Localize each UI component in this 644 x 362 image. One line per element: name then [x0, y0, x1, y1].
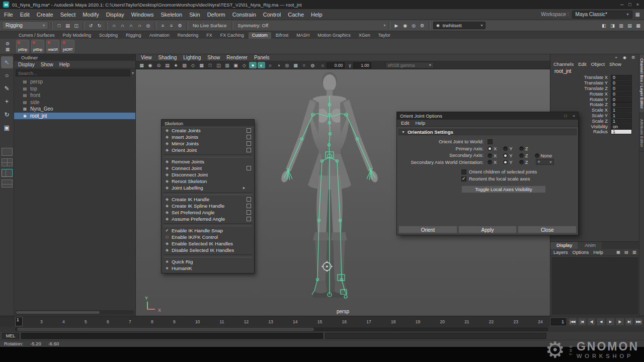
menu-item[interactable]: Cache — [288, 12, 304, 18]
shelf-options-icon[interactable]: ▦ — [6, 47, 10, 52]
shelf-tab[interactable]: Rendering — [174, 32, 202, 39]
shelf-tab[interactable]: Rigging — [122, 32, 145, 39]
channel-value-field[interactable]: 0 — [611, 75, 632, 80]
skeleton-menu-item[interactable]: Create Joints ▸ — [162, 127, 254, 134]
dialog-action-button[interactable]: Close — [518, 226, 577, 233]
Rotate X[interactable]: Rotate X 0 — [550, 91, 639, 97]
go-to-end-button[interactable]: ▶▶| — [634, 318, 643, 326]
camera-lock-icon[interactable]: ⊙ — [155, 62, 163, 68]
selection-name-field[interactable]: ◉ ▾ — [433, 22, 486, 29]
single-pane-layout-button[interactable] — [2, 148, 13, 156]
outliner-item[interactable]: Nyra_Geo — [14, 106, 135, 113]
viewport-menu-item[interactable]: View — [141, 55, 152, 60]
shelf-tab[interactable]: Taylor — [375, 32, 394, 39]
Translate X[interactable]: Translate X 0 — [550, 75, 639, 80]
layer-menu-item[interactable]: Help — [593, 249, 603, 255]
layer-list[interactable] — [551, 257, 638, 315]
film-gate-icon[interactable]: □ — [206, 62, 214, 68]
textured-icon[interactable]: ◐ — [258, 62, 265, 68]
exposure-field[interactable]: 0.00 — [327, 62, 345, 68]
selected-node-name[interactable]: root_jnt — [550, 67, 639, 75]
step-forward-key-button[interactable]: |▶ — [615, 318, 624, 326]
channel-value-field[interactable]: on — [611, 124, 632, 129]
channel-value-field[interactable]: 0 — [611, 86, 632, 91]
skeleton-menu-item[interactable]: ▸ — [164, 192, 252, 195]
skeleton-menu-item[interactable]: Quick Rig ▸ — [162, 258, 254, 265]
world-orientation-radio[interactable]: Y — [503, 159, 512, 165]
channel-box-toggle-icon[interactable]: ▦ — [634, 22, 642, 29]
rotate-tool-button[interactable]: ↻ — [1, 109, 13, 121]
viewport-menu-item[interactable]: Renderer — [226, 55, 248, 60]
outliner-menu-item[interactable]: Show — [41, 62, 53, 67]
menu-item[interactable]: Modify — [83, 12, 99, 18]
humanik-toggle-icon[interactable]: ◨ — [609, 22, 616, 29]
channel-box-menu-item[interactable]: Object — [591, 61, 605, 67]
anti-alias-icon[interactable]: ▩ — [292, 62, 299, 68]
group-divider[interactable] — [231, 22, 233, 30]
channel-box-menu-item[interactable]: Channels — [553, 61, 574, 67]
menu-item[interactable]: Skin — [189, 12, 200, 18]
speed-display-icon[interactable]: ◉ — [622, 55, 627, 60]
skeleton-menu-title[interactable]: Skeleton — [162, 120, 254, 127]
menu-item[interactable]: Select — [60, 12, 76, 18]
channel-value-field[interactable]: 1 — [611, 108, 632, 113]
select-tool-button[interactable]: ↖ — [1, 56, 13, 68]
skeleton-menu-item[interactable]: Assume Preferred Angle ▸ — [162, 216, 254, 222]
shelf-button[interactable]: prtSnp — [16, 40, 29, 53]
dialog-action-button[interactable]: Orient — [398, 226, 457, 233]
group-divider[interactable] — [51, 22, 53, 30]
dialog-maximize-button[interactable]: □ — [564, 114, 567, 118]
shelf-tab[interactable]: Motion Graphics — [314, 32, 354, 39]
scale-tool-button[interactable]: ▣ — [1, 122, 13, 134]
Translate Z[interactable]: Translate Z 0 — [550, 86, 639, 92]
open-scene-icon[interactable]: ▤ — [64, 22, 71, 29]
close-button[interactable]: × — [636, 2, 639, 7]
group-divider[interactable] — [429, 22, 431, 30]
lasso-select-tool-button[interactable]: ○ — [1, 69, 13, 81]
pan-zoom-icon[interactable]: ◇ — [189, 62, 197, 68]
save-scene-icon[interactable]: ◫ — [72, 22, 80, 29]
resolution-gate-icon[interactable]: ◫ — [215, 62, 222, 68]
skeleton-menu-item[interactable]: ▸ — [164, 254, 252, 257]
group-divider[interactable] — [154, 22, 156, 30]
layer-editor-tab[interactable]: Display — [550, 242, 578, 249]
skeleton-menu-item[interactable]: Disconnect Joint ▸ — [162, 171, 254, 178]
secondary-axis-radio[interactable]: None — [535, 153, 552, 158]
live-surface-label[interactable]: No Live Surface — [191, 23, 229, 28]
checkbox[interactable] — [461, 169, 466, 174]
option-box[interactable] — [247, 204, 251, 208]
gate-mask-icon[interactable]: ▥ — [223, 62, 231, 68]
menu-item[interactable]: Skeleton — [160, 12, 182, 18]
outliner-item[interactable]: top — [14, 85, 135, 93]
menu-item[interactable]: Help — [311, 12, 323, 18]
outliner-item[interactable]: persp — [14, 78, 135, 85]
sidebar-vertical-tab[interactable]: Attribute Editor — [639, 115, 644, 152]
render-view-icon[interactable]: ▶ — [393, 22, 400, 29]
new-layer-from-selected-icon[interactable]: ▥ — [631, 249, 637, 255]
range-slider-track[interactable] — [15, 327, 548, 331]
viewport-menu-item[interactable]: Panels — [254, 55, 270, 60]
channel-value-field[interactable]: 0 — [611, 80, 632, 85]
skeleton-menu-item[interactable]: Disable Selected IK Handles ▸ — [162, 247, 254, 253]
play-backwards-button[interactable]: ◀ — [596, 318, 605, 326]
shelf-button[interactable]: jntORT — [61, 40, 74, 53]
dialog-title-bar[interactable]: Orient Joint Options □ × — [397, 112, 578, 120]
step-back-frame-button[interactable]: |◀ — [578, 318, 587, 326]
new-empty-layer-icon[interactable]: ▤ — [623, 249, 629, 255]
dialog-close-button[interactable]: × — [573, 114, 575, 118]
group-divider[interactable] — [388, 22, 390, 30]
redo-icon[interactable]: ↻ — [96, 22, 103, 29]
dialog-checkbox-row[interactable]: Orient children of selected joints — [397, 168, 578, 175]
channel-settings-gear-icon[interactable]: ⚙ — [630, 55, 636, 60]
viewport-menu-item[interactable]: Shading — [158, 55, 177, 60]
option-box[interactable] — [247, 166, 251, 170]
construction-history-icon[interactable]: ⚙ — [176, 22, 184, 29]
colorspace-selector[interactable]: sRGB gamma ▾ — [385, 62, 434, 68]
orient-to-world-checkbox[interactable] — [488, 139, 493, 144]
step-back-key-button[interactable]: ◀| — [587, 318, 596, 326]
snap-to-grid-icon[interactable]: ∩ — [110, 22, 118, 29]
outliner-item[interactable]: front — [14, 92, 135, 99]
skeleton-menu-item[interactable]: Mirror Joints ▸ — [162, 140, 254, 147]
shelf-tab[interactable]: Curves / Surfaces — [15, 32, 58, 39]
outliner-item[interactable]: root_jnt — [14, 113, 135, 120]
